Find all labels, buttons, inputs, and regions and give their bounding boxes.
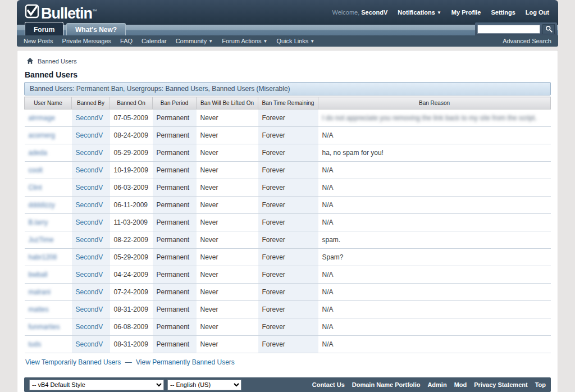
nav-item-faq[interactable]: FAQ — [120, 38, 133, 44]
remaining-cell: Forever — [258, 127, 318, 144]
user-link-settings[interactable]: Settings — [491, 9, 515, 16]
nav-item-new-posts[interactable]: New Posts — [24, 38, 53, 44]
remaining-cell: Forever — [258, 110, 318, 127]
banned-by-link[interactable]: SecondV — [76, 288, 103, 296]
view-links-row: View Temporarily Banned Users — View Per… — [25, 358, 551, 366]
banned-by-link[interactable]: SecondV — [76, 149, 103, 157]
banned-by-link[interactable]: SecondV — [76, 271, 103, 279]
reason-cell: N/A — [318, 214, 551, 231]
tab-strip: Forum What's New? — [17, 25, 558, 35]
user-link-log-out[interactable]: Log Out — [526, 9, 549, 16]
tab-forum[interactable]: Forum — [25, 22, 63, 35]
nav-item-quick-links[interactable]: Quick Links▼ — [276, 38, 314, 44]
footer-selects: -- vB4 Default Style -- English (US) — [29, 380, 241, 390]
nav-item-private-messages[interactable]: Private Messages — [62, 38, 111, 44]
user-cell: B.larry — [25, 214, 72, 231]
banned-by-cell: SecondV — [72, 336, 110, 353]
banned-on-cell: 11-03-2009 — [110, 214, 153, 231]
user-link-my-profile[interactable]: My Profile — [451, 9, 481, 16]
table-row: adedaSecondV05-29-2009PermanentNeverFore… — [25, 144, 551, 162]
brand-name: Bulletin™ — [41, 0, 97, 25]
vbulletin-logo[interactable]: Bulletin™ — [25, 0, 97, 25]
banned-user-link[interactable]: malrani — [29, 288, 51, 296]
banned-by-link[interactable]: SecondV — [76, 131, 103, 139]
banned-user-link[interactable]: alrrmage — [29, 114, 55, 122]
ban-reason-text: ha, no spam for you! — [322, 149, 384, 157]
banned-user-link[interactable]: adeda — [29, 149, 47, 157]
banned-user-link[interactable]: mattes — [29, 306, 49, 313]
banned-user-link[interactable]: tuds — [29, 340, 42, 348]
banned-user-link[interactable]: JuzTime — [29, 236, 54, 244]
banned-by-cell: SecondV — [72, 144, 110, 162]
footer-link-domain-name-portfolio[interactable]: Domain Name Portfolio — [352, 381, 421, 388]
column-header-ban-will-be-lifted-on: Ban Will Be Lifted On — [197, 97, 258, 110]
search-input[interactable] — [477, 25, 540, 34]
table-row: acornergSecondV08-24-2009PermanentNeverF… — [25, 127, 551, 144]
user-cell: habr1208 — [25, 249, 72, 266]
banned-on-cell: 08-31-2009 — [110, 336, 153, 353]
banned-user-link[interactable]: funmarties — [29, 323, 60, 331]
banned-by-link[interactable]: SecondV — [76, 323, 103, 331]
lifted-cell: Never — [197, 110, 258, 127]
view-permanently-banned-link[interactable]: View Permanently Banned Users — [136, 358, 235, 366]
breadcrumb-current: Banned Users — [38, 58, 77, 65]
banned-by-cell: SecondV — [72, 249, 110, 266]
column-header-user-name: User Name — [25, 97, 72, 110]
user-cell: acornerg — [25, 127, 72, 144]
search-button[interactable] — [542, 24, 555, 34]
banned-on-cell: 10-19-2009 — [110, 162, 153, 179]
banned-by-link[interactable]: SecondV — [76, 306, 103, 313]
reason-cell: I do not appreciate you removing the lin… — [318, 110, 551, 127]
reason-cell: N/A — [318, 284, 551, 301]
banned-by-link[interactable]: SecondV — [76, 184, 103, 192]
user-bar: Welcome,SecondV Notifications▼My Profile… — [332, 9, 549, 16]
table-row: mattesSecondV08-31-2009PermanentNeverFor… — [25, 301, 551, 318]
banned-by-link[interactable]: SecondV — [76, 340, 103, 348]
period-cell: Permanent — [153, 127, 197, 144]
banned-user-link[interactable]: B.larry — [29, 218, 48, 226]
ban-reason-text: N/A — [322, 166, 334, 174]
footer-link-privacy-statement[interactable]: Privacy Statement — [474, 381, 527, 388]
banned-by-link[interactable]: SecondV — [76, 218, 103, 226]
footer-link-top[interactable]: Top — [535, 381, 546, 388]
banned-user-link[interactable]: acornerg — [29, 131, 55, 139]
ban-reason-text: N/A — [322, 323, 334, 331]
view-temporarily-banned-link[interactable]: View Temporarily Banned Users — [25, 358, 121, 366]
footer-link-contact-us[interactable]: Contact Us — [312, 381, 345, 388]
banned-user-link[interactable]: ddddizzy — [29, 201, 55, 209]
reason-cell: N/A — [318, 127, 551, 144]
footer-link-admin[interactable]: Admin — [427, 381, 446, 388]
tab-whats-new[interactable]: What's New? — [66, 23, 126, 35]
ban-reason-text: N/A — [322, 288, 334, 296]
advanced-search-link[interactable]: Advanced Search — [503, 38, 551, 44]
banned-by-link[interactable]: SecondV — [76, 114, 103, 122]
banned-user-link[interactable]: habr1208 — [29, 253, 57, 261]
banned-by-cell: SecondV — [72, 162, 110, 179]
footer-link-mod[interactable]: Mod — [454, 381, 467, 388]
ban-reason-text: N/A — [322, 306, 334, 313]
table-header-row: User NameBanned ByBanned OnBan PeriodBan… — [25, 97, 551, 110]
page: Bulletin™ Welcome,SecondV Notifications▼… — [17, 0, 558, 392]
banned-user-link[interactable]: coolt — [29, 166, 43, 174]
banned-by-link[interactable]: SecondV — [76, 166, 103, 174]
home-icon[interactable] — [26, 57, 34, 65]
banned-on-cell: 07-05-2009 — [110, 110, 153, 127]
language-select[interactable]: -- English (US) — [167, 380, 241, 390]
banned-by-link[interactable]: SecondV — [76, 236, 103, 244]
banned-user-link[interactable]: bwball — [29, 271, 48, 279]
style-select[interactable]: -- vB4 Default Style — [29, 380, 164, 390]
lifted-cell: Never — [197, 318, 258, 336]
banned-user-link[interactable]: Clint — [29, 184, 42, 192]
nav-item-calendar[interactable]: Calendar — [142, 38, 167, 44]
banned-by-link[interactable]: SecondV — [76, 253, 103, 261]
banned-on-cell: 08-31-2009 — [110, 301, 153, 318]
remaining-cell: Forever — [258, 266, 318, 284]
nav-item-forum-actions[interactable]: Forum Actions▼ — [222, 38, 267, 44]
banned-by-link[interactable]: SecondV — [76, 201, 103, 209]
current-username[interactable]: SecondV — [361, 9, 387, 16]
period-cell: Permanent — [153, 266, 197, 284]
user-link-notifications[interactable]: Notifications▼ — [398, 9, 441, 16]
nav-item-community[interactable]: Community▼ — [176, 38, 213, 44]
ban-reason-text: I do not appreciate you removing the lin… — [322, 114, 537, 122]
banned-by-cell: SecondV — [72, 197, 110, 214]
